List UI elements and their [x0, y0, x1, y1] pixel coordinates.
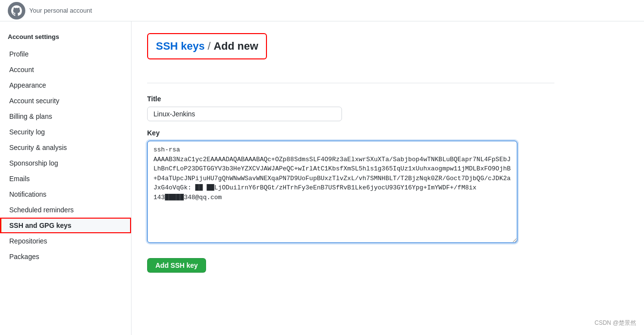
title-group: Title [147, 95, 554, 121]
breadcrumb-ssh[interactable]: SSH keys [156, 40, 205, 53]
sidebar-item-scheduled-reminders[interactable]: Scheduled reminders [0, 202, 131, 218]
key-textarea[interactable] [147, 141, 517, 243]
title-label: Title [147, 95, 554, 103]
page-header: SSH keys / Add new [147, 33, 267, 59]
key-label: Key [147, 129, 554, 137]
top-bar-left: Your personal account [8, 2, 92, 19]
sidebar-heading: Account settings [0, 29, 131, 44]
avatar [8, 2, 25, 19]
sidebar-item-security-log[interactable]: Security log [0, 124, 131, 140]
key-group: Key [147, 129, 554, 244]
sidebar-item-billing-plans[interactable]: Billing & plans [0, 109, 131, 124]
sidebar-item-ssh-gpg-keys[interactable]: SSH and GPG keys [0, 218, 131, 233]
sidebar: Account settings ProfileAccountAppearanc… [0, 21, 132, 335]
add-ssh-key-button[interactable]: Add SSH key [147, 258, 206, 273]
top-bar: Your personal account [0, 0, 644, 21]
sidebar-item-emails[interactable]: Emails [0, 171, 131, 186]
csdn-watermark: CSDN @楚景然 [594, 319, 636, 327]
sidebar-item-appearance[interactable]: Appearance [0, 77, 131, 93]
sidebar-item-account[interactable]: Account [0, 62, 131, 77]
sidebar-item-security-analysis[interactable]: Security & analysis [0, 140, 131, 155]
divider [147, 83, 554, 83]
layout: Account settings ProfileAccountAppearanc… [0, 21, 644, 335]
sidebar-item-account-security[interactable]: Account security [0, 93, 131, 109]
page-header-wrapper: SSH keys / Add new [147, 33, 554, 71]
sidebar-item-profile[interactable]: Profile [0, 46, 131, 62]
breadcrumb-slash: / [208, 40, 210, 53]
title-input[interactable] [147, 107, 342, 121]
sidebar-item-packages[interactable]: Packages [0, 249, 131, 264]
main-content: SSH keys / Add new Title Key Add SSH key [132, 21, 570, 335]
sidebar-item-sponsorship-log[interactable]: Sponsorship log [0, 155, 131, 171]
breadcrumb-addnew: Add new [213, 40, 258, 53]
personal-account-label: Your personal account [29, 7, 92, 14]
sidebar-item-notifications[interactable]: Notifications [0, 186, 131, 202]
sidebar-item-repositories[interactable]: Repositories [0, 233, 131, 249]
